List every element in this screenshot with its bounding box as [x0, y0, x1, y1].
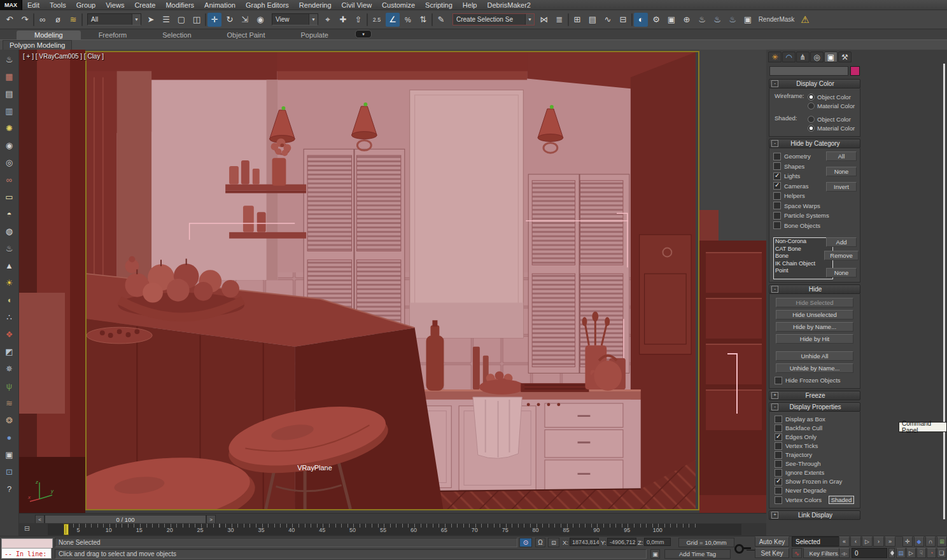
next-frame-icon[interactable]: › — [873, 536, 884, 547]
checkbox[interactable] — [775, 460, 782, 468]
set-keys-icon[interactable] — [732, 536, 754, 560]
select-object-icon[interactable]: ➤ — [144, 13, 158, 27]
prev-frame-icon[interactable]: ‹ — [850, 536, 861, 547]
item[interactable]: Geometry — [773, 151, 829, 162]
auto-key-button[interactable]: Auto Key — [755, 536, 789, 547]
tab-populate[interactable]: Populate — [283, 31, 346, 39]
modify-tab[interactable]: ◠ — [782, 52, 796, 62]
proxy-icon[interactable]: ◩ — [1, 343, 18, 360]
separator[interactable] — [205, 13, 206, 26]
ribbon-config-icon[interactable]: ▾ — [355, 30, 372, 38]
layer-manager-icon[interactable]: ⊞ — [570, 13, 584, 27]
curve-editor-icon[interactable]: ∿ — [601, 13, 615, 27]
ribbon-toggle-icon[interactable]: ▤ — [586, 13, 600, 27]
timeline-config-icon[interactable]: ⊟ — [24, 524, 30, 533]
hair-icon[interactable]: ≋ — [1, 395, 18, 412]
create-tab[interactable]: ✳ — [768, 52, 782, 62]
separator[interactable] — [81, 13, 83, 26]
checkbox[interactable] — [773, 172, 781, 180]
add-time-tag[interactable]: Add Time Tag — [664, 549, 731, 559]
go-to-start-icon[interactable]: « — [839, 536, 850, 547]
checkbox[interactable] — [773, 202, 781, 209]
checkbox[interactable] — [775, 433, 782, 441]
checkbox[interactable] — [775, 416, 782, 423]
checkbox[interactable] — [775, 469, 782, 477]
hide-by-name-button[interactable]: Hide by Name... — [776, 322, 853, 332]
keyboard-override-icon[interactable]: ⇧ — [351, 13, 365, 27]
max-logo-button[interactable]: MAX — [0, 0, 22, 10]
render-globe-icon[interactable]: ⊕ — [680, 13, 694, 27]
viewport[interactable]: z y x — [19, 50, 766, 513]
angle-snap-icon[interactable]: ∠ — [386, 13, 400, 27]
listbox-item[interactable]: Non-Corona — [774, 238, 832, 246]
unhide-all-button[interactable]: Unhide All — [776, 351, 853, 361]
shaded-button[interactable]: Shaded — [829, 496, 854, 504]
render-elements-icon[interactable]: ▥ — [1, 102, 18, 120]
item[interactable]: Display as Box — [775, 415, 859, 424]
align-icon[interactable]: ≣ — [552, 13, 566, 27]
tab-object-paint[interactable]: Object Paint — [209, 31, 283, 39]
select-and-place-icon[interactable]: ◉ — [253, 13, 267, 27]
menu-item[interactable]: Customize — [377, 1, 420, 9]
sphere-light-icon[interactable]: ◍ — [1, 223, 18, 240]
help-icon[interactable]: ? — [1, 480, 18, 498]
time-tag-icon[interactable]: ▣ — [650, 549, 660, 559]
capsule-icon[interactable]: ❖ — [1, 326, 18, 343]
select-and-link-icon[interactable]: ∞ — [36, 13, 50, 27]
use-pivot-center-icon[interactable]: ⌖ — [321, 13, 335, 27]
rectangular-selection-icon[interactable]: ▢ — [174, 13, 188, 27]
all-button[interactable]: All — [826, 151, 857, 161]
menu-item[interactable]: Graph Editors — [241, 1, 294, 9]
sky-icon[interactable]: ◖ — [1, 291, 18, 309]
hide-frozen-objects-checkbox[interactable]: Hide Frozen Objects — [769, 375, 860, 386]
invert-button[interactable]: Invert — [826, 182, 857, 192]
polygon-modeling-panel[interactable]: Polygon Modeling — [3, 40, 72, 50]
hierarchy-tab[interactable]: ⋔ — [796, 52, 810, 62]
rollout-header[interactable]: -Hide — [769, 284, 860, 294]
viewport-layout-icon[interactable]: ⊞ — [937, 536, 947, 547]
checkbox[interactable] — [775, 451, 782, 459]
item[interactable]: See-Through — [775, 459, 859, 468]
shell-icon[interactable]: ❂ — [1, 412, 18, 429]
material-editor-icon[interactable]: ◐ — [634, 13, 648, 27]
checkbox[interactable] — [775, 487, 782, 494]
orbit-icon[interactable]: ◔ — [927, 548, 936, 558]
separator[interactable] — [631, 13, 633, 26]
zoom-extents-icon[interactable]: ◆ — [914, 536, 924, 547]
time-slider-handle[interactable] — [64, 524, 69, 535]
camera-match-icon[interactable]: ▣ — [1, 446, 18, 463]
plane-light-icon[interactable]: ▭ — [1, 188, 18, 206]
select-and-scale-icon[interactable]: ⇲ — [238, 13, 252, 27]
vertex-colors-checkbox[interactable]: Vertex Colors Shaded — [775, 495, 859, 505]
mirror-icon[interactable]: ⋈ — [537, 13, 551, 27]
object-paint-icon[interactable]: ⊡ — [1, 463, 18, 480]
selection-filter-dropdown[interactable]: All▼ — [87, 13, 141, 25]
percent-snap-icon[interactable]: % — [401, 13, 415, 27]
render-last-icon[interactable]: ♨ — [726, 13, 740, 27]
item[interactable]: Ignore Extents — [775, 468, 859, 477]
rock-icon[interactable]: ✵ — [1, 360, 18, 377]
menu-item[interactable]: Help — [458, 1, 482, 9]
isolate-selection-toggle[interactable]: ⊙ — [519, 538, 532, 547]
sun-icon[interactable]: ☀ — [1, 274, 18, 291]
target-camera-icon[interactable]: ◎ — [1, 154, 18, 171]
hide-selected-button[interactable]: Hide Selected — [776, 298, 853, 307]
field-of-view-icon[interactable]: ∩ — [925, 536, 936, 547]
object-name-field[interactable] — [769, 66, 848, 76]
absolute-transform-icon[interactable]: ⊡ — [548, 538, 559, 547]
save-scene-state-icon[interactable]: ▤ — [896, 548, 906, 558]
corona-teapot-icon[interactable]: ♨ — [1, 51, 18, 68]
render-production-icon[interactable]: ♨ — [695, 13, 709, 27]
menu-item[interactable]: Scripting — [420, 1, 458, 9]
tab-modeling[interactable]: Modeling — [17, 31, 81, 39]
rendered-frame-icon[interactable]: ▣ — [664, 13, 678, 27]
item[interactable]: Cameras — [773, 181, 829, 192]
sphere-icon[interactable]: ● — [1, 429, 18, 446]
menu-item[interactable]: Animation — [199, 1, 241, 9]
checkbox[interactable] — [773, 162, 781, 170]
camera-icon[interactable]: ◉ — [1, 137, 18, 154]
item[interactable]: Edges Only — [775, 433, 859, 442]
material-library-icon[interactable]: ▤ — [1, 85, 18, 102]
menu-item[interactable]: Edit — [22, 1, 45, 9]
rendermask-icon[interactable]: ▣ — [741, 13, 755, 27]
